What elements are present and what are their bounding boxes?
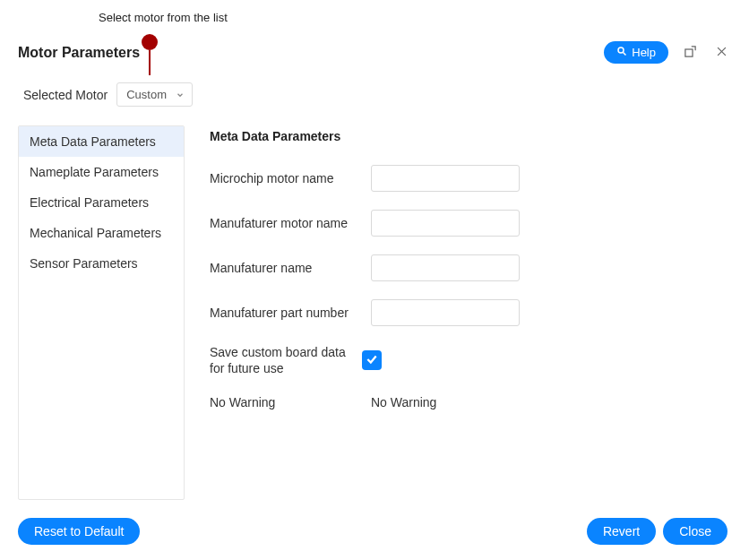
sidebar-item-label: Nameplate Parameters	[30, 165, 159, 179]
close-button[interactable]: Close	[663, 518, 727, 545]
sidebar-item-label: Sensor Parameters	[30, 256, 138, 271]
check-icon	[366, 353, 378, 368]
sidebar-item-label: Meta Data Parameters	[30, 134, 156, 149]
reset-to-default-button[interactable]: Reset to Default	[18, 518, 140, 545]
sidebar-item-label: Mechanical Parameters	[30, 226, 161, 240]
help-label: Help	[632, 46, 656, 59]
search-icon	[616, 46, 627, 59]
sidebar-item-meta-data[interactable]: Meta Data Parameters	[19, 126, 184, 157]
field-label-microchip-motor-name: Microchip motor name	[210, 170, 371, 186]
close-icon	[715, 45, 728, 61]
page-title: Motor Parameters	[18, 45, 140, 61]
sidebar-item-nameplate[interactable]: Nameplate Parameters	[19, 157, 184, 187]
field-label-manufacturer-motor-name: Manufaturer motor name	[210, 215, 371, 231]
content-title: Meta Data Parameters	[210, 129, 731, 143]
save-custom-checkbox[interactable]	[362, 350, 382, 370]
svg-point-0	[618, 47, 624, 53]
sidebar-item-electrical[interactable]: Electrical Parameters	[19, 187, 184, 218]
manufacturer-name-input[interactable]	[371, 254, 520, 281]
svg-rect-2	[685, 49, 693, 56]
expand-button[interactable]	[681, 42, 700, 64]
sidebar-item-label: Electrical Parameters	[30, 195, 149, 210]
selected-motor-dropdown[interactable]: Custom	[116, 82, 193, 107]
selected-motor-value: Custom	[126, 88, 167, 101]
expand-icon	[684, 45, 697, 61]
manufacturer-motor-name-input[interactable]	[371, 210, 520, 237]
svg-line-1	[624, 53, 626, 56]
field-label-manufacturer-part-number: Manufaturer part number	[210, 305, 371, 321]
sidebar-item-sensor[interactable]: Sensor Parameters	[19, 248, 184, 279]
sidebar-item-mechanical[interactable]: Mechanical Parameters	[19, 218, 184, 248]
sidebar: Meta Data Parameters Nameplate Parameter…	[18, 125, 185, 500]
field-label-warning: No Warning	[210, 394, 371, 410]
help-button[interactable]: Help	[604, 41, 668, 64]
chevron-down-icon	[176, 90, 185, 99]
warning-value: No Warning	[371, 395, 436, 409]
microchip-motor-name-input[interactable]	[371, 165, 520, 192]
content-panel: Meta Data Parameters Microchip motor nam…	[210, 125, 731, 500]
annotation-text: Select motor from the list	[99, 11, 228, 24]
selected-motor-label: Selected Motor	[23, 88, 108, 102]
manufacturer-part-number-input[interactable]	[371, 299, 520, 326]
field-label-manufacturer-name: Manufaturer name	[210, 260, 371, 276]
revert-button[interactable]: Revert	[587, 518, 656, 545]
field-label-save-custom: Save custom board data for future use	[210, 344, 362, 376]
close-window-button[interactable]	[712, 42, 731, 64]
